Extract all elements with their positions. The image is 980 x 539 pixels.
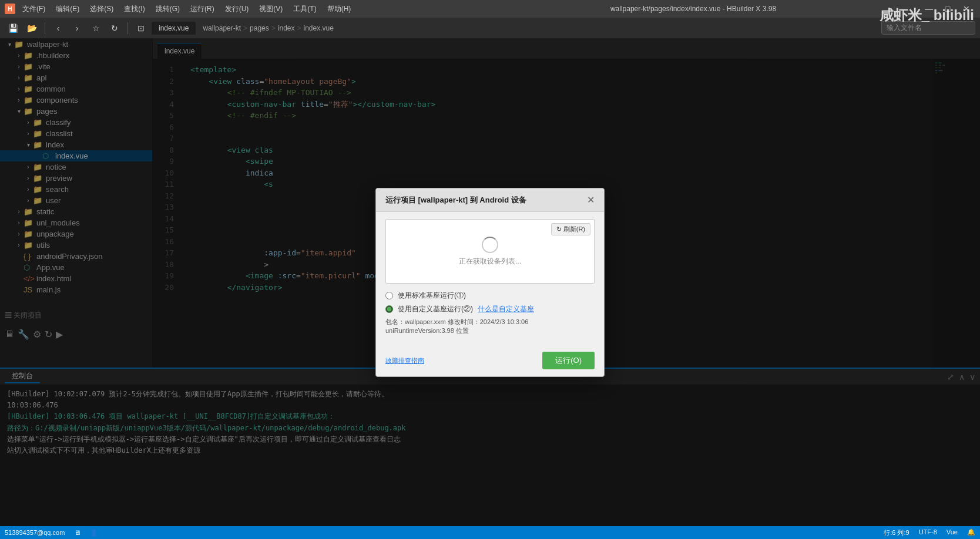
file-tab-index-vue[interactable]: index.vue [152, 22, 196, 35]
dialog-overlay: 运行项目 [wallpaper-kt] 到 Android 设备 ✕ ↻ 刷新(… [0, 39, 980, 526]
status-bell-icon[interactable]: 🔔 [967, 528, 975, 537]
menu-view[interactable]: 视图(V) [254, 3, 287, 15]
what-is-custom-base-link[interactable]: 什么是自定义基座 [478, 304, 534, 314]
device-list-box: ↻ 刷新(R) 正在获取设备列表... [385, 219, 595, 284]
breadcrumb-pages[interactable]: pages [250, 24, 269, 32]
dialog-body: ↻ 刷新(R) 正在获取设备列表... 使用标准基座运行(①) 使用自定义基座运… [376, 212, 604, 347]
breadcrumb-file[interactable]: index.vue [304, 24, 334, 32]
toolbar-separator [45, 22, 45, 34]
breadcrumb-index[interactable]: index [278, 24, 295, 32]
menu-file[interactable]: 文件(F) [18, 3, 50, 15]
pkg-info-row: 包名：wallpaper.xxm 修改时间：2024/2/3 10:3:06 u… [385, 318, 595, 335]
refresh-device-button[interactable]: ↻ 刷新(R) [551, 223, 590, 235]
menu-edit[interactable]: 编辑(E) [51, 3, 84, 15]
back-button[interactable]: ‹ [50, 20, 66, 36]
menu-find[interactable]: 查找(I) [119, 3, 149, 15]
menu-publish[interactable]: 发行(U) [220, 3, 254, 15]
refresh-button[interactable]: ↻ [106, 20, 123, 36]
status-bar: 513894357@qq.com 🖥 👤 行:6 列:9 UTF-8 Vue 🔔 [0, 526, 980, 539]
troubleshoot-link[interactable]: 故障排查指南 [385, 356, 424, 365]
save-button[interactable]: 💾 [5, 20, 21, 36]
status-encoding: UTF-8 [919, 528, 937, 537]
toolbar: 💾 📂 ‹ › ☆ ↻ ⊡ index.vue wallpaper-kt > p… [0, 18, 980, 39]
radio-standard-label: 使用标准基座运行(①) [398, 291, 466, 301]
app-logo: H [5, 4, 15, 14]
refresh-btn-label: 刷新(R) [563, 225, 585, 234]
dialog-footer: 故障排查指南 运行(O) [376, 347, 604, 376]
file-tab-label: index.vue [159, 24, 189, 32]
split-button[interactable]: ⊡ [133, 20, 149, 36]
menu-tools[interactable]: 工具(T) [288, 3, 321, 15]
breadcrumb-sep1: > [243, 24, 247, 32]
status-position: 行:6 列:9 [884, 528, 909, 537]
open-button[interactable]: 📂 [24, 20, 40, 36]
menu-select[interactable]: 选择(S) [85, 3, 118, 15]
title-bar: H 文件(F) 编辑(E) 选择(S) 查找(I) 跳转(G) 运行(R) 发行… [0, 0, 980, 18]
watermark: 咸虾米_ bilibili [880, 6, 974, 25]
radio-standard-input[interactable] [385, 292, 393, 299]
window-title: wallpaper-kt/pages/index/index.vue - HBu… [469, 5, 918, 13]
loading-indicator: 正在获取设备列表... [459, 237, 521, 267]
status-account[interactable]: 513894357@qq.com [5, 529, 65, 536]
breadcrumb-sep2: > [271, 24, 276, 32]
dialog-header: 运行项目 [wallpaper-kt] 到 Android 设备 ✕ [376, 188, 604, 212]
toolbar-separator-2 [127, 22, 128, 34]
radio-custom-label: 使用自定义基座运行(②) [398, 304, 473, 314]
breadcrumb-sep3: > [297, 24, 301, 32]
radio-custom-input[interactable] [385, 305, 393, 313]
radio-standard[interactable]: 使用标准基座运行(①) [385, 291, 595, 301]
status-bar-right: 行:6 列:9 UTF-8 Vue 🔔 [884, 528, 975, 537]
menu-help[interactable]: 帮助(H) [323, 3, 356, 15]
breadcrumb-root[interactable]: wallpaper-kt [203, 24, 241, 32]
run-button[interactable]: 运行(O) [542, 352, 595, 369]
spinner-icon [482, 237, 498, 253]
dialog-close-button[interactable]: ✕ [587, 194, 595, 206]
status-language: Vue [947, 528, 958, 537]
refresh-icon: ↻ [556, 225, 562, 233]
forward-button[interactable]: › [69, 20, 85, 36]
loading-text: 正在获取设备列表... [459, 257, 521, 267]
status-person-icon: 👤 [90, 529, 98, 537]
status-computer-icon: 🖥 [74, 529, 80, 536]
run-dialog: 运行项目 [wallpaper-kt] 到 Android 设备 ✕ ↻ 刷新(… [375, 188, 605, 377]
radio-custom[interactable]: 使用自定义基座运行(②) 什么是自定义基座 [385, 304, 595, 314]
menu-run[interactable]: 运行(R) [186, 3, 219, 15]
bookmark-button[interactable]: ☆ [88, 20, 104, 36]
menu-goto[interactable]: 跳转(G) [151, 3, 184, 15]
menu-bar: 文件(F) 编辑(E) 选择(S) 查找(I) 跳转(G) 运行(R) 发行(U… [18, 3, 466, 15]
dialog-title: 运行项目 [wallpaper-kt] 到 Android 设备 [385, 195, 526, 206]
breadcrumb: wallpaper-kt > pages > index > index.vue [203, 24, 334, 32]
